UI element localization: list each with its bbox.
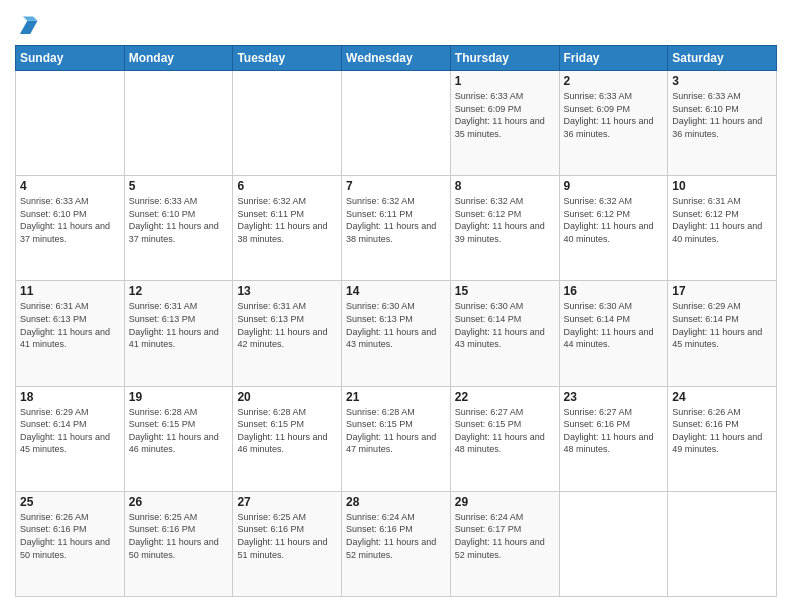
calendar-day-cell: 14Sunrise: 6:30 AM Sunset: 6:13 PM Dayli… [342, 281, 451, 386]
day-info: Sunrise: 6:33 AM Sunset: 6:10 PM Dayligh… [129, 195, 229, 245]
day-info: Sunrise: 6:31 AM Sunset: 6:13 PM Dayligh… [129, 300, 229, 350]
calendar-day-cell: 3Sunrise: 6:33 AM Sunset: 6:10 PM Daylig… [668, 71, 777, 176]
day-info: Sunrise: 6:33 AM Sunset: 6:10 PM Dayligh… [672, 90, 772, 140]
calendar-day-cell: 19Sunrise: 6:28 AM Sunset: 6:15 PM Dayli… [124, 386, 233, 491]
day-info: Sunrise: 6:26 AM Sunset: 6:16 PM Dayligh… [20, 511, 120, 561]
day-number: 5 [129, 179, 229, 193]
day-info: Sunrise: 6:25 AM Sunset: 6:16 PM Dayligh… [237, 511, 337, 561]
calendar-day-cell: 7Sunrise: 6:32 AM Sunset: 6:11 PM Daylig… [342, 176, 451, 281]
day-info: Sunrise: 6:27 AM Sunset: 6:16 PM Dayligh… [564, 406, 664, 456]
day-info: Sunrise: 6:28 AM Sunset: 6:15 PM Dayligh… [237, 406, 337, 456]
calendar-day-cell: 12Sunrise: 6:31 AM Sunset: 6:13 PM Dayli… [124, 281, 233, 386]
calendar-day-cell [342, 71, 451, 176]
day-number: 12 [129, 284, 229, 298]
calendar-day-cell: 16Sunrise: 6:30 AM Sunset: 6:14 PM Dayli… [559, 281, 668, 386]
logo [15, 15, 39, 37]
calendar-day-cell: 11Sunrise: 6:31 AM Sunset: 6:13 PM Dayli… [16, 281, 125, 386]
day-info: Sunrise: 6:30 AM Sunset: 6:14 PM Dayligh… [455, 300, 555, 350]
day-info: Sunrise: 6:29 AM Sunset: 6:14 PM Dayligh… [672, 300, 772, 350]
day-number: 10 [672, 179, 772, 193]
calendar-day-cell [559, 491, 668, 596]
day-info: Sunrise: 6:28 AM Sunset: 6:15 PM Dayligh… [346, 406, 446, 456]
calendar-day-cell: 6Sunrise: 6:32 AM Sunset: 6:11 PM Daylig… [233, 176, 342, 281]
calendar-day-cell: 28Sunrise: 6:24 AM Sunset: 6:16 PM Dayli… [342, 491, 451, 596]
calendar-day-cell: 13Sunrise: 6:31 AM Sunset: 6:13 PM Dayli… [233, 281, 342, 386]
day-number: 8 [455, 179, 555, 193]
day-number: 22 [455, 390, 555, 404]
day-info: Sunrise: 6:25 AM Sunset: 6:16 PM Dayligh… [129, 511, 229, 561]
calendar-day-cell [124, 71, 233, 176]
calendar-day-cell: 25Sunrise: 6:26 AM Sunset: 6:16 PM Dayli… [16, 491, 125, 596]
calendar-week-row: 4Sunrise: 6:33 AM Sunset: 6:10 PM Daylig… [16, 176, 777, 281]
calendar-header-saturday: Saturday [668, 46, 777, 71]
calendar-day-cell: 10Sunrise: 6:31 AM Sunset: 6:12 PM Dayli… [668, 176, 777, 281]
calendar-day-cell: 4Sunrise: 6:33 AM Sunset: 6:10 PM Daylig… [16, 176, 125, 281]
calendar-day-cell [668, 491, 777, 596]
day-info: Sunrise: 6:32 AM Sunset: 6:12 PM Dayligh… [564, 195, 664, 245]
day-info: Sunrise: 6:32 AM Sunset: 6:11 PM Dayligh… [237, 195, 337, 245]
day-info: Sunrise: 6:31 AM Sunset: 6:13 PM Dayligh… [237, 300, 337, 350]
day-number: 16 [564, 284, 664, 298]
day-number: 1 [455, 74, 555, 88]
day-info: Sunrise: 6:33 AM Sunset: 6:09 PM Dayligh… [564, 90, 664, 140]
svg-marker-1 [23, 16, 38, 20]
calendar-day-cell: 21Sunrise: 6:28 AM Sunset: 6:15 PM Dayli… [342, 386, 451, 491]
day-info: Sunrise: 6:30 AM Sunset: 6:13 PM Dayligh… [346, 300, 446, 350]
calendar-day-cell [16, 71, 125, 176]
calendar-header-row: SundayMondayTuesdayWednesdayThursdayFrid… [16, 46, 777, 71]
calendar-week-row: 11Sunrise: 6:31 AM Sunset: 6:13 PM Dayli… [16, 281, 777, 386]
day-number: 28 [346, 495, 446, 509]
day-number: 13 [237, 284, 337, 298]
day-info: Sunrise: 6:26 AM Sunset: 6:16 PM Dayligh… [672, 406, 772, 456]
calendar-day-cell: 22Sunrise: 6:27 AM Sunset: 6:15 PM Dayli… [450, 386, 559, 491]
day-number: 20 [237, 390, 337, 404]
day-info: Sunrise: 6:31 AM Sunset: 6:13 PM Dayligh… [20, 300, 120, 350]
day-info: Sunrise: 6:28 AM Sunset: 6:15 PM Dayligh… [129, 406, 229, 456]
calendar-day-cell: 26Sunrise: 6:25 AM Sunset: 6:16 PM Dayli… [124, 491, 233, 596]
calendar-day-cell: 29Sunrise: 6:24 AM Sunset: 6:17 PM Dayli… [450, 491, 559, 596]
calendar-header-friday: Friday [559, 46, 668, 71]
logo-icon [17, 15, 39, 37]
calendar-week-row: 1Sunrise: 6:33 AM Sunset: 6:09 PM Daylig… [16, 71, 777, 176]
day-info: Sunrise: 6:29 AM Sunset: 6:14 PM Dayligh… [20, 406, 120, 456]
day-number: 6 [237, 179, 337, 193]
calendar-day-cell: 24Sunrise: 6:26 AM Sunset: 6:16 PM Dayli… [668, 386, 777, 491]
calendar-header-sunday: Sunday [16, 46, 125, 71]
day-info: Sunrise: 6:33 AM Sunset: 6:09 PM Dayligh… [455, 90, 555, 140]
day-info: Sunrise: 6:32 AM Sunset: 6:11 PM Dayligh… [346, 195, 446, 245]
calendar-day-cell: 5Sunrise: 6:33 AM Sunset: 6:10 PM Daylig… [124, 176, 233, 281]
calendar-day-cell: 18Sunrise: 6:29 AM Sunset: 6:14 PM Dayli… [16, 386, 125, 491]
day-number: 3 [672, 74, 772, 88]
day-number: 27 [237, 495, 337, 509]
calendar-header-tuesday: Tuesday [233, 46, 342, 71]
day-info: Sunrise: 6:27 AM Sunset: 6:15 PM Dayligh… [455, 406, 555, 456]
day-info: Sunrise: 6:24 AM Sunset: 6:17 PM Dayligh… [455, 511, 555, 561]
day-number: 26 [129, 495, 229, 509]
calendar-week-row: 18Sunrise: 6:29 AM Sunset: 6:14 PM Dayli… [16, 386, 777, 491]
day-number: 9 [564, 179, 664, 193]
calendar-day-cell: 27Sunrise: 6:25 AM Sunset: 6:16 PM Dayli… [233, 491, 342, 596]
calendar-day-cell: 9Sunrise: 6:32 AM Sunset: 6:12 PM Daylig… [559, 176, 668, 281]
day-number: 21 [346, 390, 446, 404]
day-number: 14 [346, 284, 446, 298]
day-info: Sunrise: 6:30 AM Sunset: 6:14 PM Dayligh… [564, 300, 664, 350]
calendar-day-cell: 15Sunrise: 6:30 AM Sunset: 6:14 PM Dayli… [450, 281, 559, 386]
calendar-day-cell: 8Sunrise: 6:32 AM Sunset: 6:12 PM Daylig… [450, 176, 559, 281]
calendar-day-cell [233, 71, 342, 176]
calendar-day-cell: 17Sunrise: 6:29 AM Sunset: 6:14 PM Dayli… [668, 281, 777, 386]
calendar-header-wednesday: Wednesday [342, 46, 451, 71]
day-number: 15 [455, 284, 555, 298]
calendar-header-monday: Monday [124, 46, 233, 71]
day-number: 4 [20, 179, 120, 193]
calendar-day-cell: 2Sunrise: 6:33 AM Sunset: 6:09 PM Daylig… [559, 71, 668, 176]
calendar-week-row: 25Sunrise: 6:26 AM Sunset: 6:16 PM Dayli… [16, 491, 777, 596]
day-info: Sunrise: 6:32 AM Sunset: 6:12 PM Dayligh… [455, 195, 555, 245]
day-info: Sunrise: 6:24 AM Sunset: 6:16 PM Dayligh… [346, 511, 446, 561]
day-number: 23 [564, 390, 664, 404]
day-number: 2 [564, 74, 664, 88]
day-number: 19 [129, 390, 229, 404]
day-number: 18 [20, 390, 120, 404]
day-info: Sunrise: 6:31 AM Sunset: 6:12 PM Dayligh… [672, 195, 772, 245]
day-number: 11 [20, 284, 120, 298]
svg-marker-0 [20, 21, 38, 34]
